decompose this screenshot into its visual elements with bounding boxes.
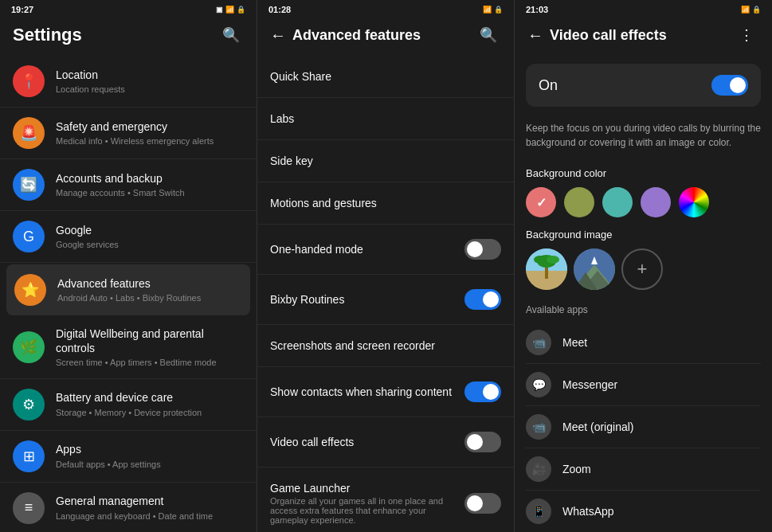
menu-item-screenshots[interactable]: Screenshots and screen recorder [257, 325, 514, 367]
title-battery: Battery and device care [56, 390, 244, 405]
status-icons-3: 📶🔒 [741, 6, 761, 14]
svg-point-6 [547, 256, 559, 264]
advanced-list: Quick Share Labs Side key Motions and ge… [257, 56, 514, 532]
color-teal[interactable] [602, 187, 633, 217]
setting-item-general[interactable]: ≡ General management Language and keyboa… [0, 483, 257, 532]
toggle-contacts[interactable] [464, 381, 501, 402]
advanced-title: Advanced features [292, 27, 421, 44]
menu-item-onehanded[interactable]: One-handed mode [257, 225, 514, 275]
menu-item-gamelauncher[interactable]: Game LauncherOrganize all your games all… [257, 467, 514, 532]
header-settings: Settings 🔍 [0, 18, 257, 56]
title-google: Google [56, 223, 244, 237]
title-apps: Apps [56, 442, 244, 456]
img-thumb-palm[interactable] [526, 248, 567, 290]
app-item-messenger[interactable]: 💬 Messenger [526, 364, 761, 406]
img-thumb-mountain[interactable] [574, 248, 615, 290]
svg-point-5 [534, 256, 547, 264]
text-location: Location Location requests [56, 68, 244, 95]
bg-image-label: Background image [526, 229, 761, 241]
app-icon-meet-original: 📹 [526, 414, 551, 440]
text-google: Google Google services [56, 223, 244, 250]
setting-item-advanced[interactable]: ⭐ Advanced features Android Auto • Labs … [6, 264, 250, 315]
subtitle-google: Google services [56, 239, 244, 250]
menu-title-onehanded: One-handed mode [270, 243, 464, 256]
setting-item-apps[interactable]: ⊞ Apps Default apps • App settings [0, 431, 257, 482]
setting-item-wellbeing[interactable]: 🌿 Digital Wellbeing and parental control… [0, 317, 257, 378]
icon-wellbeing: 🌿 [13, 331, 45, 363]
status-bar-1: 19:27 ▣📶🔒 [0, 0, 257, 18]
back-icon-videocall[interactable]: ← [527, 26, 543, 45]
app-icon-zoom: 🎥 [526, 456, 551, 482]
color-purple[interactable] [641, 187, 671, 217]
search-icon-settings[interactable]: 🔍 [218, 22, 244, 48]
menu-text-videocall: Video call effects [270, 436, 464, 448]
app-item-meet[interactable]: 📹 Meet [526, 322, 761, 364]
color-circles [526, 187, 761, 217]
search-icon-advanced[interactable]: 🔍 [476, 22, 501, 48]
menu-item-bixby[interactable]: Bixby Routines [257, 275, 514, 325]
status-icons-1: ▣📶🔒 [216, 6, 245, 14]
menu-text-sidekey: Side key [270, 155, 501, 167]
setting-item-accounts[interactable]: 🔄 Accounts and backup Manage accounts • … [0, 159, 257, 210]
icon-accounts: 🔄 [13, 169, 45, 201]
icon-apps: ⊞ [13, 440, 45, 472]
bg-color-section: Background color [515, 159, 772, 222]
more-icon-videocall[interactable]: ⋮ [734, 22, 759, 48]
menu-title-sidekey: Side key [270, 155, 501, 167]
color-pink[interactable] [526, 187, 556, 217]
available-apps-label: Available apps [526, 304, 761, 315]
header-videocall: ← Video call effects ⋮ [515, 18, 772, 56]
text-general: General management Language and keyboard… [56, 494, 244, 521]
menu-item-motions[interactable]: Motions and gestures [257, 182, 514, 225]
toggle-onehanded[interactable] [464, 239, 501, 260]
app-item-whatsapp[interactable]: 📱 WhatsApp [526, 491, 761, 532]
toggle-bixby[interactable] [464, 289, 501, 310]
setting-item-safety[interactable]: 🚨 Safety and emergency Medical info • Wi… [0, 108, 257, 158]
menu-title-bixby: Bixby Routines [270, 293, 464, 306]
menu-item-labs[interactable]: Labs [257, 98, 514, 140]
subtitle-safety: Medical info • Wireless emergency alerts [56, 135, 244, 147]
icon-google: G [13, 221, 45, 252]
menu-text-onehanded: One-handed mode [270, 243, 464, 256]
bg-color-label: Background color [526, 167, 761, 179]
menu-title-screenshots: Screenshots and screen recorder [270, 339, 501, 352]
menu-text-labs: Labs [270, 112, 501, 125]
back-icon-advanced[interactable]: ← [270, 26, 286, 45]
on-toggle[interactable] [711, 75, 748, 96]
app-name-messenger: Messenger [562, 378, 617, 391]
menu-item-quickshare[interactable]: Quick Share [257, 56, 514, 98]
menu-item-sidekey[interactable]: Side key [257, 140, 514, 182]
color-olive[interactable] [564, 187, 594, 217]
header-left-videocall: ← Video call effects [527, 26, 667, 45]
toggle-gamelauncher[interactable] [464, 493, 501, 514]
setting-item-battery[interactable]: ⚙ Battery and device care Storage • Memo… [0, 379, 257, 430]
header-advanced: ← Advanced features 🔍 [257, 18, 514, 56]
menu-item-videocall[interactable]: Video call effects [257, 417, 514, 467]
app-item-meet-original[interactable]: 📹 Meet (original) [526, 406, 761, 448]
toggle-videocall[interactable] [464, 432, 501, 452]
text-wellbeing: Digital Wellbeing and parental controls … [56, 327, 244, 369]
time-3: 21:03 [526, 5, 548, 14]
subtitle-location: Location requests [56, 84, 244, 95]
time-2: 01:28 [268, 5, 291, 14]
menu-text-quickshare: Quick Share [270, 70, 501, 83]
setting-item-google[interactable]: G Google Google services [0, 211, 257, 262]
settings-list: 📍 Location Location requests 🚨 Safety an… [0, 56, 257, 532]
panel-settings: 19:27 ▣📶🔒 Settings 🔍 📍 Location Location… [0, 0, 257, 532]
app-item-zoom[interactable]: 🎥 Zoom [526, 448, 761, 491]
icon-advanced: ⭐ [14, 274, 46, 306]
menu-item-contacts[interactable]: Show contacts when sharing content [257, 367, 514, 417]
menu-text-bixby: Bixby Routines [270, 293, 464, 306]
status-bar-3: 21:03 📶🔒 [515, 0, 772, 18]
menu-title-contacts: Show contacts when sharing content [270, 385, 464, 398]
settings-title: Settings [13, 25, 82, 45]
subtitle-accounts: Manage accounts • Smart Switch [56, 187, 244, 198]
menu-title-quickshare: Quick Share [270, 70, 501, 83]
setting-item-location[interactable]: 📍 Location Location requests [0, 56, 257, 107]
menu-title-motions: Motions and gestures [270, 197, 501, 209]
color-rainbow[interactable] [679, 187, 709, 217]
text-safety: Safety and emergency Medical info • Wire… [56, 119, 244, 147]
header-left-advanced: ← Advanced features [270, 26, 421, 45]
icon-general: ≡ [13, 492, 45, 524]
img-thumb-add[interactable]: + [621, 248, 663, 290]
